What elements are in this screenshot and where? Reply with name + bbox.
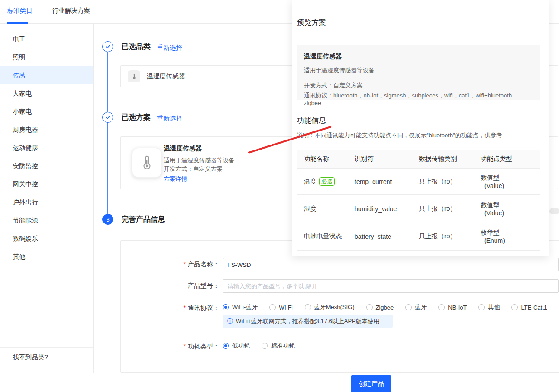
radio-dot bbox=[223, 343, 229, 349]
info-icon: ⓘ bbox=[227, 318, 233, 324]
dp-type: 数值型 bbox=[481, 201, 500, 208]
radio-standard-power[interactable]: 标准功耗 bbox=[262, 342, 295, 350]
table-row-battery: 电池电量状态 battery_state 只上报（ro） 枚举型(Enum) bbox=[297, 223, 540, 251]
solution-title: 温湿度传感器 bbox=[164, 145, 202, 153]
solution-dev-mode: 开发方式：自定义方案 bbox=[164, 165, 223, 173]
solution-desc: 适用于温湿度传感器等设备 bbox=[164, 156, 234, 165]
dp-code: temp_current bbox=[355, 178, 419, 185]
sidebar-item-huwaichuxing[interactable]: 户外出行 bbox=[0, 193, 93, 211]
sidebar-divider bbox=[0, 347, 93, 348]
radio-low-power[interactable]: 低功耗 bbox=[223, 342, 250, 350]
dp-name: 温度 bbox=[304, 178, 316, 185]
radio-dot bbox=[438, 304, 445, 310]
radio-nbiot[interactable]: NB-IoT bbox=[438, 304, 467, 311]
step1-check-icon bbox=[102, 41, 113, 52]
product-name-label: *产品名称： bbox=[121, 261, 219, 269]
required-badge: 必选 bbox=[319, 177, 335, 186]
sidebar-item-wangguanzhongkong[interactable]: 网关中控 bbox=[0, 175, 93, 193]
summary-name: 温湿度传感器 bbox=[304, 53, 533, 61]
function-table: 功能名称 识别符 数据传输类别 功能点类型 温度必选 temp_current … bbox=[297, 150, 540, 251]
radio-wifi-ble[interactable]: WiFi-蓝牙 bbox=[223, 303, 258, 311]
radio-ble[interactable]: 蓝牙 bbox=[405, 303, 427, 311]
function-table-header: 功能名称 识别符 数据传输类别 功能点类型 bbox=[297, 150, 540, 169]
cutoff-element bbox=[549, 208, 559, 214]
create-product-button[interactable]: 创建产品 bbox=[351, 375, 391, 392]
preview-panel: 预览方案 温湿度传感器 适用于温湿度传感器等设备 开发方式：自定义方案 通讯协议… bbox=[292, 0, 549, 256]
function-info-title: 功能信息 bbox=[297, 116, 326, 126]
selected-category-name: 温湿度传感器 bbox=[147, 73, 185, 81]
required-mark: * bbox=[184, 304, 186, 311]
dp-transfer: 只上报（ro） bbox=[419, 178, 481, 186]
function-info-note: 说明：不同通讯能力可能支持功能点不同，仅展示"bluetooth"的功能点，供参… bbox=[297, 131, 502, 140]
sidebar-item-xiaojiadian[interactable]: 小家电 bbox=[0, 102, 93, 121]
radio-dot bbox=[405, 304, 412, 310]
step2-label: 已选方案 bbox=[122, 113, 151, 122]
dp-code: battery_state bbox=[355, 233, 419, 240]
step-connector-line bbox=[107, 47, 108, 219]
product-model-input[interactable] bbox=[223, 279, 559, 293]
radio-other[interactable]: 其他 bbox=[478, 303, 500, 311]
step1-label: 已选品类 bbox=[122, 42, 151, 52]
summary-dev-mode: 开发方式：自定义方案 bbox=[304, 82, 533, 90]
required-mark: * bbox=[184, 343, 186, 350]
radio-zigbee[interactable]: Zigbee bbox=[366, 304, 394, 311]
required-mark: * bbox=[184, 261, 186, 268]
table-row-humidity: 湿度 humidity_value 只上报（ro） 数值型(Value) bbox=[297, 195, 540, 223]
category-sidebar: 电工 照明 传感 大家电 小家电 厨房电器 运动健康 安防监控 网关中控 户外出… bbox=[0, 24, 94, 373]
protocol-radio-group: WiFi-蓝牙 Wi-Fi 蓝牙Mesh(SIG) Zigbee 蓝牙 NB-I… bbox=[223, 302, 547, 312]
cannot-find-category-link[interactable]: 找不到品类? bbox=[0, 348, 93, 366]
table-row-temperature: 温度必选 temp_current 只上报（ro） 数值型(Value) bbox=[297, 169, 540, 195]
sidebar-item-chuangan[interactable]: 传感 bbox=[0, 66, 93, 84]
radio-dot bbox=[366, 304, 373, 310]
tab-industry-solution[interactable]: 行业解决方案 bbox=[52, 7, 90, 15]
tab-standard-category[interactable]: 标准类目 bbox=[7, 7, 33, 15]
product-info-form: *产品名称： 产品型号： *通讯协议： WiFi-蓝牙 Wi-Fi 蓝牙Mesh… bbox=[120, 240, 559, 373]
sidebar-item-shumayule[interactable]: 数码娱乐 bbox=[0, 229, 93, 247]
step3-label: 完善产品信息 bbox=[122, 215, 165, 224]
thermometer-icon bbox=[128, 70, 140, 82]
dp-type-sub: (Value) bbox=[481, 209, 540, 217]
radio-dot bbox=[223, 304, 229, 310]
product-name-input[interactable] bbox=[223, 258, 559, 271]
step2-check-icon bbox=[102, 112, 113, 123]
col-transfer: 数据传输类别 bbox=[419, 155, 481, 163]
sidebar-item-chufangdianqi[interactable]: 厨房电器 bbox=[0, 121, 93, 139]
radio-dot bbox=[269, 304, 276, 310]
step2-reselect-link[interactable]: 重新选择 bbox=[157, 115, 182, 123]
preview-title: 预览方案 bbox=[297, 18, 326, 28]
col-code: 识别符 bbox=[355, 155, 419, 163]
sidebar-item-anfangjiankong[interactable]: 安防监控 bbox=[0, 157, 93, 175]
dp-name: 湿度 bbox=[304, 205, 355, 213]
sidebar-item-zhaoming[interactable]: 照明 bbox=[0, 48, 93, 66]
summary-protocols: 通讯协议：bluetooth，nb-iot，sigmesh，subpieces，… bbox=[304, 92, 533, 106]
radio-dot bbox=[478, 304, 485, 310]
step1-reselect-link[interactable]: 重新选择 bbox=[157, 44, 182, 52]
dp-transfer: 只上报（ro） bbox=[419, 232, 481, 241]
sidebar-item-jienengnengyuan[interactable]: 节能能源 bbox=[0, 211, 93, 229]
radio-wifi[interactable]: Wi-Fi bbox=[269, 304, 292, 311]
radio-dot bbox=[305, 304, 311, 310]
solution-detail-link[interactable]: 方案详情 bbox=[164, 175, 187, 183]
solution-summary-box: 温湿度传感器 适用于温湿度传感器等设备 开发方式：自定义方案 通讯协议：blue… bbox=[297, 45, 540, 100]
radio-lte-cat1[interactable]: LTE Cat.1 bbox=[511, 304, 547, 311]
radio-ble-mesh[interactable]: 蓝牙Mesh(SIG) bbox=[305, 303, 355, 311]
protocol-tip-alert: ⓘWiFi+蓝牙联网方式，推荐搭配3.17.6以上APP版本使用 bbox=[223, 315, 393, 328]
power-type-label: *功耗类型： bbox=[121, 343, 219, 351]
summary-desc: 适用于温湿度传感器等设备 bbox=[304, 66, 533, 74]
sidebar-item-yundongjiankang[interactable]: 运动健康 bbox=[0, 139, 93, 157]
col-name: 功能名称 bbox=[304, 155, 355, 163]
sidebar-item-dajiadian[interactable]: 大家电 bbox=[0, 84, 93, 102]
preview-divider bbox=[292, 35, 549, 35]
radio-dot bbox=[511, 304, 518, 310]
page: 标准类目 行业解决方案 电工 照明 传感 大家电 小家电 厨房电器 运动健康 安… bbox=[0, 0, 559, 392]
dp-code: humidity_value bbox=[355, 205, 419, 213]
product-model-label: 产品型号： bbox=[121, 282, 219, 290]
dp-transfer: 只上报（ro） bbox=[419, 205, 481, 213]
thermometer-icon bbox=[132, 148, 162, 178]
sidebar-item-qita[interactable]: 其他 bbox=[0, 247, 93, 266]
col-type: 功能点类型 bbox=[481, 155, 540, 163]
dp-type-sub: (Value) bbox=[481, 182, 540, 189]
dp-type: 数值型 bbox=[481, 174, 500, 181]
sidebar-item-diangong[interactable]: 电工 bbox=[0, 30, 93, 48]
power-radio-group: 低功耗 标准功耗 bbox=[223, 341, 295, 351]
